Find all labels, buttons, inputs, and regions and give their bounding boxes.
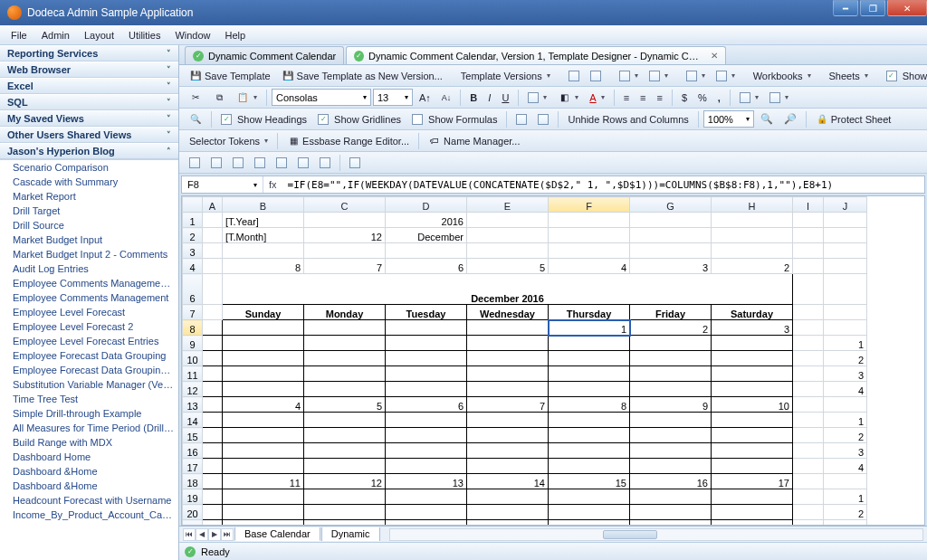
font-color-button[interactable]: A (585, 89, 608, 107)
cell[interactable] (712, 336, 793, 351)
tree-item[interactable]: Employee Comments Management (E... (0, 276, 178, 290)
cell[interactable]: 6 (386, 397, 467, 413)
copy-button[interactable]: ⧉ (208, 89, 230, 107)
cell[interactable] (549, 228, 630, 243)
cell[interactable] (712, 428, 793, 443)
cell[interactable] (467, 213, 549, 228)
cell[interactable] (304, 443, 386, 459)
col-header[interactable]: C (304, 197, 386, 213)
cell[interactable] (386, 243, 467, 259)
cell[interactable]: 6 (386, 259, 467, 274)
tree-item[interactable]: Income_By_Product_Account_Cascade (0, 508, 178, 522)
cell[interactable] (824, 259, 867, 274)
zoom-out-button[interactable]: 🔎 (779, 110, 801, 128)
save-template-button[interactable]: 💾Save Template (185, 67, 275, 85)
cell[interactable] (630, 520, 712, 527)
cell[interactable]: 1 (549, 320, 630, 336)
cell[interactable] (304, 243, 386, 259)
sidebar-category[interactable]: My Saved Views˅ (0, 110, 178, 127)
misc-2[interactable] (206, 154, 226, 172)
cell[interactable] (223, 243, 304, 259)
cell[interactable] (824, 274, 867, 305)
cell[interactable]: 2 (630, 320, 712, 336)
tool-icon-6[interactable] (712, 67, 740, 85)
cell[interactable] (630, 505, 712, 520)
cell[interactable] (712, 520, 793, 527)
cell[interactable] (824, 213, 867, 228)
cell[interactable] (712, 351, 793, 366)
cell[interactable] (467, 520, 549, 527)
cell[interactable]: Wednesday (467, 305, 549, 320)
cell[interactable] (549, 413, 630, 428)
cell[interactable] (549, 336, 630, 351)
row-header[interactable]: 20 (183, 505, 203, 520)
cell[interactable] (304, 366, 386, 382)
cell[interactable] (223, 413, 304, 428)
cell[interactable]: Friday (630, 305, 712, 320)
document-tab[interactable]: ✓Dynamic Comment Calendar, Version 1, Te… (346, 46, 726, 64)
row-header[interactable]: 8 (183, 320, 203, 336)
tree-item[interactable]: Market Report (0, 189, 178, 204)
cell[interactable] (467, 366, 549, 382)
minimize-button[interactable]: ━ (833, 0, 858, 16)
close-button[interactable]: ✕ (887, 0, 927, 16)
tool-icon-4[interactable] (645, 67, 673, 85)
cell[interactable] (793, 320, 824, 336)
cell[interactable] (467, 505, 549, 520)
cell[interactable] (793, 397, 824, 413)
cell[interactable] (203, 459, 223, 474)
cell[interactable] (467, 336, 549, 351)
cell[interactable]: 8 (223, 259, 304, 274)
cell[interactable] (223, 505, 304, 520)
cell[interactable]: 2 (712, 259, 793, 274)
cell[interactable] (304, 351, 386, 366)
row-header[interactable]: 2 (183, 228, 203, 243)
cell[interactable] (223, 382, 304, 397)
cell[interactable] (549, 351, 630, 366)
misc-6[interactable] (293, 154, 313, 172)
misc-5[interactable] (272, 154, 291, 172)
cell[interactable]: December 2016 (223, 274, 793, 305)
cell[interactable] (793, 382, 824, 397)
percent-button[interactable]: % (693, 89, 712, 107)
cell[interactable] (793, 366, 824, 382)
cell[interactable] (793, 505, 824, 520)
cell[interactable] (793, 213, 824, 228)
cell[interactable] (793, 274, 824, 305)
tree-item[interactable]: Dashboard &Home (0, 479, 178, 493)
cell[interactable]: 2 (824, 505, 867, 520)
document-tab[interactable]: ✓Dynamic Comment Calendar (185, 46, 344, 64)
cell[interactable] (304, 382, 386, 397)
cell[interactable] (549, 489, 630, 505)
cell[interactable] (467, 459, 549, 474)
font-size-combo[interactable]: ▾ (373, 89, 413, 106)
sidebar-category[interactable]: Reporting Services˅ (0, 45, 178, 62)
save-as-button[interactable]: 💾Save Template as New Version... (277, 67, 447, 85)
cell[interactable] (203, 489, 223, 505)
cell[interactable] (824, 474, 867, 489)
cell[interactable] (203, 443, 223, 459)
cell[interactable] (386, 428, 467, 443)
cell[interactable] (630, 228, 712, 243)
sheet-nav-last[interactable]: ⏭ (221, 528, 234, 541)
cell[interactable] (630, 459, 712, 474)
cell[interactable] (203, 428, 223, 443)
cell[interactable] (549, 443, 630, 459)
grow-font-button[interactable]: A↑ (415, 89, 435, 107)
cell[interactable] (386, 382, 467, 397)
cell[interactable]: 8 (549, 397, 630, 413)
cell[interactable] (203, 520, 223, 527)
row-header[interactable]: 9 (183, 336, 203, 351)
borders-button[interactable] (523, 89, 551, 107)
cell[interactable] (223, 520, 304, 527)
cell[interactable]: 16 (630, 474, 712, 489)
cell[interactable] (630, 366, 712, 382)
cell[interactable]: 12 (304, 474, 386, 489)
cell[interactable] (203, 259, 223, 274)
format-misc-button[interactable] (735, 89, 763, 107)
cell[interactable]: 11 (223, 474, 304, 489)
cell[interactable]: [T.Year] (223, 213, 304, 228)
selector-tokens-button[interactable]: Selector Tokens (185, 132, 272, 150)
cell[interactable] (793, 305, 824, 320)
cut-button[interactable]: ✂ (185, 89, 206, 107)
